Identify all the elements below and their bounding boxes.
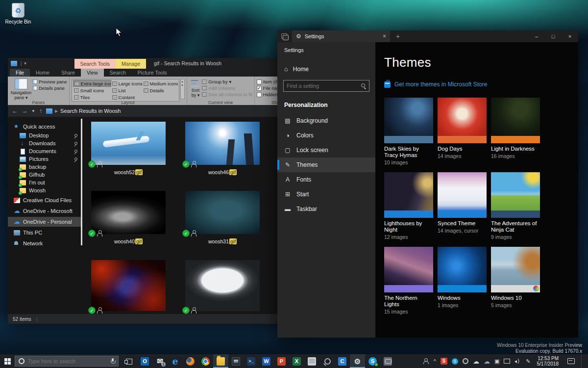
taskbar-code[interactable]: C [335, 354, 350, 368]
preview-pane-button[interactable]: Preview pane [32, 79, 67, 84]
sidebar-item-downloads[interactable]: Downloads [8, 139, 82, 147]
theme-card-light-in-darkness[interactable]: Light in Darkness 16 images [491, 98, 540, 165]
sidebar-item-network[interactable]: Network [8, 238, 82, 248]
manage-contextual-tab[interactable]: Manage [116, 59, 146, 69]
file-name[interactable]: woosh52gif [91, 169, 166, 175]
settings-item-taskbar[interactable]: ▬Taskbar [277, 202, 375, 216]
file-thumbnail[interactable]: ✓ [185, 260, 260, 311]
settings-item-fonts[interactable]: AFonts [277, 172, 375, 187]
layout-extra-large-icons[interactable]: Extra large icons [73, 80, 111, 87]
taskbar-search-box[interactable] [15, 356, 119, 367]
taskbar-magnifier[interactable] [319, 354, 335, 368]
sidebar-item-documents[interactable]: Documents [8, 147, 82, 155]
settings-item-background[interactable]: ▤Background [277, 113, 375, 128]
people-icon[interactable] [423, 358, 429, 364]
forward-icon[interactable]: → [22, 107, 27, 114]
pen-icon[interactable]: ✎ [526, 358, 530, 365]
ime-icon[interactable]: ▣ [494, 358, 499, 365]
sidebar-item-woosh[interactable]: Woosh [8, 186, 82, 194]
file-item[interactable]: ✓ woosh46gif [185, 122, 268, 175]
sidebar-item-onedrive-personal[interactable]: OneDrive - Personal [8, 217, 82, 227]
onedrive-gray-tray-icon[interactable]: ☁ [484, 358, 490, 365]
theme-card-windows[interactable]: Windows 1 images [438, 247, 487, 315]
start-button[interactable] [0, 354, 15, 368]
tab-picture-tools[interactable]: Picture Tools [132, 69, 173, 77]
taskbar-settings[interactable]: ⚙ [350, 354, 365, 368]
settings-item-colors[interactable]: ◑Colors [277, 128, 375, 143]
settings-item-start[interactable]: ⊞Start [277, 187, 375, 202]
taskbar-clock[interactable]: 12:53 PM 5/17/2018 [535, 356, 561, 367]
file-thumbnail[interactable]: ✓ [91, 122, 166, 165]
taskbar-mail[interactable]: ✉1 [152, 354, 168, 368]
taskbar-search-input[interactable] [28, 358, 107, 364]
breadcrumb-location[interactable]: Search Results in Woosh [60, 108, 121, 114]
file-name[interactable]: woosh31gif [185, 238, 260, 244]
sidebar-item-desktop[interactable]: Desktop [8, 131, 82, 139]
theme-card-synced-theme[interactable]: Synced Theme 14 images, cursor [438, 172, 487, 240]
find-a-setting-input[interactable] [287, 83, 361, 89]
taskbar-excel[interactable]: X [289, 354, 304, 368]
theme-card-lighthouses[interactable]: Lighthouses by Night 12 images [384, 172, 433, 240]
taskbar-feedback-hub[interactable] [380, 354, 395, 368]
file-item[interactable]: ✓ woosh15-phonesizedgif [185, 260, 268, 314]
close-button[interactable]: × [562, 30, 578, 42]
file-name[interactable]: woosh46gif [185, 169, 260, 175]
display-network-icon[interactable] [504, 359, 510, 364]
layout-medium-icons[interactable]: Medium icons [143, 80, 178, 87]
show-desktop-button[interactable] [581, 354, 584, 368]
file-item[interactable]: ✓ woosh33-phonesizedgif [91, 260, 173, 314]
recent-locations-icon[interactable]: ▼ [31, 109, 35, 113]
theme-card-ninja-cat[interactable]: The Adventures of Ninja Cat 9 images [491, 172, 540, 240]
search-icon[interactable] [361, 83, 366, 88]
file-item[interactable]: ✓ woosh31gif [185, 191, 268, 244]
onedrive-tray-icon[interactable]: ☁ [473, 358, 479, 365]
layout-small-icons[interactable]: Small icons [73, 87, 111, 94]
file-item[interactable]: ✓ woosh52gif [91, 122, 173, 175]
taskbar-powershell[interactable]: >_ [244, 354, 259, 368]
settings-tab[interactable]: ⚙ Settings × [292, 30, 390, 42]
file-thumbnail[interactable]: ✓ [91, 260, 166, 311]
tab-close-icon[interactable]: × [383, 33, 386, 40]
tab-file[interactable]: File [10, 69, 30, 77]
sort-by-button[interactable]: Sort by ▾ [189, 78, 202, 99]
minimize-button[interactable]: – [528, 30, 545, 42]
tab-share[interactable]: Share [55, 69, 81, 77]
taskbar-notes[interactable] [304, 354, 319, 368]
tray-status-icon[interactable] [463, 358, 468, 364]
taskbar-firefox[interactable] [183, 354, 198, 368]
group-by-button[interactable]: Group by ▾ [202, 79, 252, 84]
tab-search[interactable]: Search [104, 69, 132, 77]
layout-content[interactable]: Content [111, 94, 143, 101]
layout-list[interactable]: List [111, 87, 143, 94]
quick-access-toolbar-dropdown-icon[interactable]: ▼ [24, 61, 27, 66]
taskbar-skype[interactable]: S [365, 354, 380, 368]
new-tab-button[interactable]: + [390, 32, 406, 40]
sets-tabs-icon[interactable] [281, 33, 288, 39]
settings-item-themes[interactable]: ✎Themes [277, 158, 375, 172]
file-thumbnail[interactable]: ✓ [91, 191, 166, 234]
theme-card-northern-lights[interactable]: The Northern Lights 15 images [384, 247, 433, 315]
sidebar-item-onedrive-microsoft[interactable]: OneDrive - Microsoft [8, 206, 82, 216]
navigation-pane-button[interactable]: Navigation pane ▾ [10, 78, 32, 99]
tab-home[interactable]: Home [30, 69, 55, 77]
file-thumbnail[interactable]: ✓ [185, 191, 260, 234]
search-tools-contextual-tab[interactable]: Search Tools [74, 59, 116, 69]
theme-card-dark-skies[interactable]: Dark Skies by Tracy Hymas 10 images [384, 98, 433, 165]
item-check-boxes-box[interactable] [257, 79, 262, 84]
sidebar-item-quick-access[interactable]: Quick access [8, 122, 82, 131]
taskbar-word[interactable]: W [259, 354, 274, 368]
volume-icon[interactable] [514, 359, 521, 364]
details-pane-button[interactable]: Details pane [32, 85, 67, 91]
explorer-titlebar[interactable]: | ▼ Search Tools Manage gif - Search Res… [8, 58, 302, 69]
back-icon[interactable]: ← [12, 107, 18, 114]
file-name-extensions-box[interactable] [257, 86, 262, 91]
sidebar-item-this-pc[interactable]: This PC [8, 228, 82, 237]
settings-item-lock-screen[interactable]: ▢Lock screen [277, 143, 375, 158]
get-more-themes-link[interactable]: Get more themes in Microsoft Store [384, 81, 578, 88]
sidebar-item-creative-cloud[interactable]: Creative Cloud Files [8, 195, 82, 205]
taskbar-chrome[interactable] [198, 354, 213, 368]
taskbar-outlook[interactable]: O [137, 354, 152, 368]
settings-home-item[interactable]: ⌂ Home [277, 62, 375, 76]
file-item[interactable]: ✓ woosh40gif [91, 191, 173, 244]
recycle-bin[interactable]: ♻ Recycle Bin [3, 3, 33, 25]
